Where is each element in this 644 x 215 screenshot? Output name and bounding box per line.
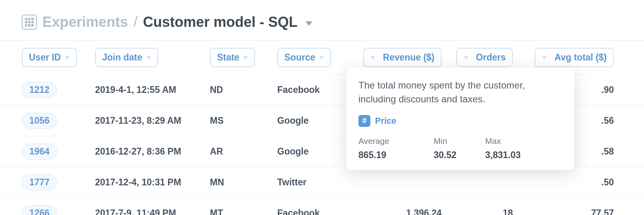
popover-tag-label: Price <box>375 116 396 126</box>
cell-state: MS <box>210 115 224 126</box>
column-header-state[interactable]: State <box>210 48 255 67</box>
popover-description: The total money spent by the customer, i… <box>358 79 562 106</box>
chevron-down-icon <box>463 56 468 59</box>
stat-min-label: Min <box>434 136 485 146</box>
cell-source: Google <box>277 146 309 157</box>
chevron-down-icon <box>319 56 324 59</box>
chevron-down-icon[interactable] <box>305 21 312 26</box>
chevron-down-icon <box>65 56 70 59</box>
column-header-orders[interactable]: Orders <box>456 48 513 67</box>
cell-join-date: 2019-4-1, 12:55 AM <box>95 85 176 95</box>
column-label: Orders <box>476 52 506 63</box>
column-header-revenue[interactable]: Revenue ($) <box>363 48 442 67</box>
cell-source: Twitter <box>277 177 307 188</box>
breadcrumb: Experiments / Customer model - SQL <box>0 0 644 40</box>
column-label: User ID <box>29 52 61 63</box>
chevron-down-icon <box>243 56 248 59</box>
cell-state: MT <box>210 208 223 215</box>
cell-state: AR <box>210 146 223 157</box>
user-id-pill[interactable]: 1056 <box>22 113 57 129</box>
cell-join-date: 2017-11-23, 8:29 AM <box>95 115 181 126</box>
user-id-pill[interactable]: 1266 <box>22 205 57 215</box>
cell-source: Facebook <box>277 208 320 215</box>
column-label: Source <box>284 52 315 63</box>
column-label: Avg total ($) <box>554 52 607 63</box>
column-header-user-id[interactable]: User ID <box>22 48 77 67</box>
stat-avg-label: Average <box>358 136 434 146</box>
cell-source: Google <box>277 115 309 126</box>
column-header-join-date[interactable]: Join date <box>95 48 158 67</box>
data-table: User ID Join date State Source <box>0 41 644 215</box>
grid-icon[interactable] <box>22 15 37 30</box>
cell-join-date: 2017-7-9, 11:49 PM <box>95 208 176 215</box>
popover-stats: Average 865.19 Min 30.52 Max 3,831.03 <box>358 136 562 160</box>
chevron-down-icon <box>370 56 375 59</box>
breadcrumb-parent[interactable]: Experiments <box>42 14 128 30</box>
cell-source: Facebook <box>277 85 320 95</box>
popover-tag[interactable]: # Price <box>358 115 562 127</box>
breadcrumb-separator: / <box>133 14 137 30</box>
column-label: Revenue ($) <box>383 52 434 63</box>
column-label: Join date <box>102 52 142 63</box>
column-label: State <box>217 52 239 63</box>
stat-max-label: Max <box>485 136 549 146</box>
table-row[interactable]: 12662017-7-9, 11:49 PMMTFacebook1,396.24… <box>0 198 644 215</box>
cell-join-date: 2016-12-27, 8:36 PM <box>95 146 181 157</box>
column-header-avg-total[interactable]: Avg total ($) <box>535 48 614 67</box>
stat-avg-value: 865.19 <box>358 150 434 160</box>
chevron-down-icon <box>146 56 151 59</box>
cell-revenue: 1,396.24 <box>351 208 442 215</box>
chevron-down-icon <box>542 56 547 59</box>
user-id-pill[interactable]: 1777 <box>22 174 57 190</box>
column-info-popover: The total money spent by the customer, i… <box>347 68 574 170</box>
user-id-pill[interactable]: 1964 <box>22 143 57 160</box>
cell-state: MN <box>210 177 224 188</box>
cell-state: ND <box>210 85 223 95</box>
stat-min-value: 30.52 <box>434 150 485 160</box>
hash-icon: # <box>358 115 370 127</box>
cell-avg-total: .50 <box>513 177 614 188</box>
stat-max-value: 3,831.03 <box>485 150 549 160</box>
column-header-source[interactable]: Source <box>277 48 331 67</box>
cell-join-date: 2017-12-4, 10:31 PM <box>95 177 181 188</box>
cell-orders: 18 <box>442 208 513 215</box>
cell-avg-total: 77.57 <box>513 208 614 215</box>
breadcrumb-current-label: Customer model - SQL <box>143 14 297 30</box>
user-id-pill[interactable]: 1212 <box>22 82 57 98</box>
table-row[interactable]: 17772017-12-4, 10:31 PMMNTwitter.50 <box>0 167 644 198</box>
breadcrumb-current[interactable]: Customer model - SQL <box>143 14 312 30</box>
